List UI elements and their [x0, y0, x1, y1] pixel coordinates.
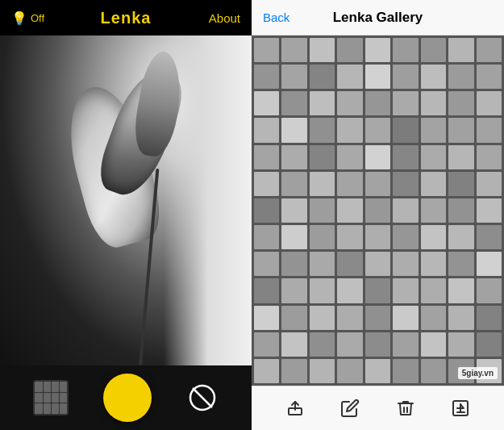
tile-cell — [254, 118, 279, 142]
tile-cell — [477, 306, 502, 330]
bulb-off-label: Off — [31, 12, 44, 24]
tile-cell — [393, 198, 418, 223]
thumb-cell — [44, 382, 51, 392]
tile-cell — [448, 278, 473, 303]
tile-cell — [393, 91, 418, 115]
tile-cell — [477, 198, 502, 223]
tile-cell — [421, 359, 446, 383]
tile-cell — [421, 91, 446, 115]
no-filter-button[interactable] — [186, 382, 219, 414]
share-button[interactable] — [281, 394, 310, 423]
tile-cell — [310, 198, 335, 223]
tile-cell — [310, 252, 335, 276]
right-bottom-bar — [252, 386, 504, 430]
tile-cell — [477, 118, 502, 142]
tile-cell — [337, 359, 362, 383]
tile-cell — [421, 118, 446, 142]
tile-cell — [254, 306, 279, 330]
bulb-control[interactable]: 💡 Off — [11, 10, 44, 26]
tile-cell — [310, 225, 335, 249]
tile-cell — [337, 332, 362, 357]
export-button[interactable] — [446, 394, 475, 423]
tile-cell — [281, 252, 306, 276]
tile-cell — [365, 38, 390, 62]
tile-cell — [421, 332, 446, 357]
tile-cell — [310, 118, 335, 142]
tile-cell — [310, 145, 335, 169]
tile-cell — [421, 172, 446, 196]
tile-cell — [310, 38, 335, 62]
left-bottom-bar — [0, 365, 252, 430]
tile-cell — [281, 172, 306, 196]
thumb-cell — [44, 403, 51, 414]
edit-icon — [340, 399, 360, 418]
tile-cell — [365, 198, 390, 223]
back-button[interactable]: Back — [263, 10, 289, 24]
left-header: 💡 Off Lenka About — [0, 0, 252, 35]
tile-cell — [337, 252, 362, 276]
thumb-cell — [60, 403, 67, 414]
app-title: Lenka — [101, 9, 152, 27]
tile-cell — [477, 225, 502, 249]
tile-cell — [365, 332, 390, 357]
tile-cell — [393, 306, 418, 330]
tile-cell — [281, 145, 306, 169]
tile-cell — [254, 65, 279, 89]
tile-cell — [337, 198, 362, 223]
tile-cell — [365, 145, 390, 169]
tile-cell — [254, 38, 279, 62]
tile-cell — [337, 278, 362, 303]
shutter-button[interactable] — [103, 374, 152, 422]
thumb-cell — [35, 393, 42, 403]
tile-cell — [365, 306, 390, 330]
tile-cell — [448, 145, 473, 169]
tile-cell — [393, 278, 418, 303]
thumb-cell — [44, 393, 51, 403]
gallery-image-area[interactable]: 5giay.vn — [252, 35, 504, 386]
tile-cell — [477, 332, 502, 357]
tile-cell — [281, 359, 306, 383]
edit-button[interactable] — [335, 394, 364, 423]
tile-cell — [448, 306, 473, 330]
flower-image — [0, 35, 252, 365]
tile-cell — [310, 359, 335, 383]
tile-cell — [254, 278, 279, 303]
tile-cell — [421, 306, 446, 330]
tile-cell — [448, 172, 473, 196]
thumb-cell — [60, 393, 67, 403]
share-icon — [285, 399, 305, 418]
thumb-cell — [60, 382, 67, 392]
watermark: 5giay.vn — [458, 367, 498, 379]
about-button[interactable]: About — [209, 11, 240, 25]
right-header: Back Lenka Gallery — [252, 0, 504, 35]
tile-cell — [393, 225, 418, 249]
tile-cell — [281, 198, 306, 223]
tile-cell — [477, 172, 502, 196]
tile-cell — [393, 118, 418, 142]
svg-line-1 — [193, 388, 212, 407]
tile-cell — [393, 252, 418, 276]
bulb-icon: 💡 — [11, 10, 27, 26]
thumb-cell — [52, 403, 59, 414]
tile-cell — [477, 91, 502, 115]
tile-cell — [393, 359, 418, 383]
tile-cell — [254, 145, 279, 169]
tile-cell — [254, 91, 279, 115]
tile-cell — [337, 91, 362, 115]
tile-cell — [337, 172, 362, 196]
tile-cell — [337, 118, 362, 142]
tile-cell — [448, 198, 473, 223]
right-panel: Back Lenka Gallery 5giay.vn — [252, 0, 504, 430]
tile-cell — [254, 332, 279, 357]
tile-cell — [393, 172, 418, 196]
tile-cell — [310, 172, 335, 196]
tile-cell — [281, 332, 306, 357]
left-panel: 💡 Off Lenka About — [0, 0, 252, 430]
tile-cell — [421, 38, 446, 62]
tile-cell — [393, 145, 418, 169]
tile-cell — [365, 172, 390, 196]
delete-button[interactable] — [391, 394, 420, 423]
tile-cell — [477, 278, 502, 303]
gallery-thumb[interactable] — [33, 380, 69, 415]
tile-cell — [337, 38, 362, 62]
